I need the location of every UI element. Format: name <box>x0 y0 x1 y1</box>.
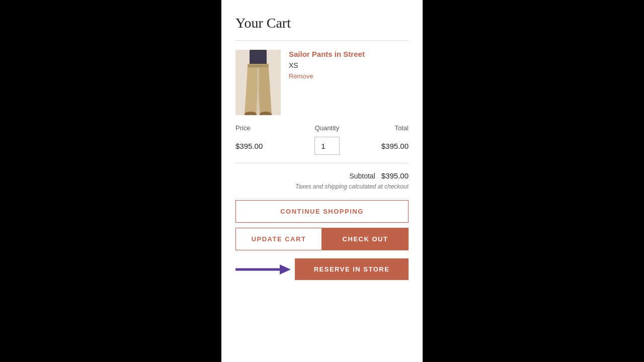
svg-rect-1 <box>250 50 267 65</box>
reserve-row: RESERVE IN STORE <box>235 258 409 280</box>
svg-rect-6 <box>249 65 268 67</box>
cart-title: Your Cart <box>235 15 409 31</box>
product-image <box>235 50 281 115</box>
subtotal-label: Subtotal <box>349 172 375 180</box>
remove-link[interactable]: Remove <box>289 72 365 80</box>
subtotal-row: Subtotal $395.00 <box>235 171 409 180</box>
price-value: $395.00 <box>235 142 286 150</box>
total-header: Total <box>368 124 409 132</box>
total-value: $395.00 <box>368 142 409 150</box>
arrow-icon <box>235 260 291 279</box>
tax-note: Taxes and shipping calculated at checkou… <box>235 183 409 190</box>
continue-shopping-button[interactable]: CONTINUE SHOPPING <box>235 200 409 223</box>
product-image-wrapper <box>235 50 281 115</box>
bottom-divider <box>235 163 409 163</box>
reserve-in-store-button[interactable]: RESERVE IN STORE <box>295 258 409 280</box>
subtotal-value: $395.00 <box>381 171 409 180</box>
cart-panel: Your Cart <box>221 0 423 362</box>
price-header: Price <box>235 124 286 132</box>
svg-marker-10 <box>280 264 291 275</box>
product-row: Sailor Pants in Street XS Remove <box>235 50 409 115</box>
left-panel <box>0 0 221 362</box>
product-size: XS <box>289 61 365 69</box>
quantity-input-wrapper <box>286 137 368 155</box>
product-info: Sailor Pants in Street XS Remove <box>289 50 365 115</box>
checkout-button[interactable]: CHECK OUT <box>322 228 409 250</box>
quantity-header: Quantity <box>286 124 368 132</box>
arrow-wrapper <box>235 260 291 279</box>
product-name: Sailor Pants in Street <box>289 50 365 58</box>
update-cart-button[interactable]: UPDATE CART <box>235 228 322 250</box>
price-values-row: $395.00 $395.00 <box>235 137 409 155</box>
price-row-labels: Price Quantity Total <box>235 124 409 132</box>
top-divider <box>235 40 409 41</box>
quantity-input[interactable] <box>314 137 340 155</box>
right-panel <box>423 0 644 362</box>
cart-action-buttons: UPDATE CART CHECK OUT <box>235 228 409 250</box>
